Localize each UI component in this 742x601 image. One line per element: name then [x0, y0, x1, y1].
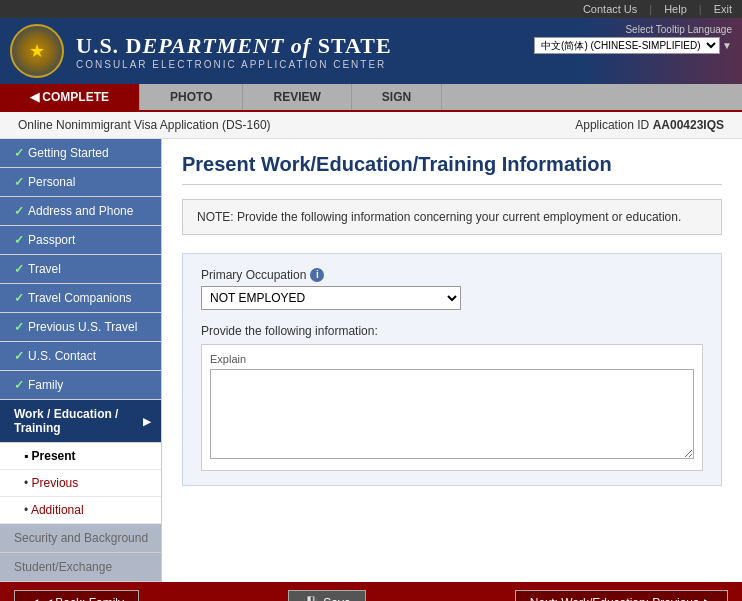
sidebar-sub-menu: Present Previous Additional [0, 443, 161, 524]
explain-textarea[interactable] [210, 369, 694, 459]
department-name: U.S. DEPARTMENT of STATE [76, 33, 392, 59]
next-button[interactable]: Next: Work/Education: Previous ▶ [515, 590, 728, 601]
sidebar-item-work-education[interactable]: Work / Education / Training ▶ [0, 400, 161, 443]
tab-complete-arrow: ◀ [30, 90, 42, 104]
sidebar-item-address-phone[interactable]: ✓Address and Phone [0, 197, 161, 226]
page-title: Present Work/Education/Training Informat… [182, 153, 722, 185]
save-button-label: Save [323, 596, 350, 601]
next-arrow-icon: ▶ [704, 596, 713, 601]
back-arrow-icon: ◀ [29, 596, 38, 601]
check-icon: ✓ [14, 146, 24, 160]
sidebar-item-travel[interactable]: ✓Travel [0, 255, 161, 284]
next-button-label: Next: Work/Education: Previous [530, 596, 699, 601]
explain-box: Explain [201, 344, 703, 471]
explain-label: Explain [210, 353, 694, 365]
seal-icon: ★ [10, 24, 64, 78]
app-id-value: AA00423IQS [653, 118, 724, 132]
tab-photo[interactable]: PHOTO [140, 84, 243, 110]
subtitle: CONSULAR ELECTRONIC APPLICATION CENTER [76, 59, 392, 70]
sidebar-sub-previous[interactable]: Previous [0, 470, 161, 497]
tab-sign[interactable]: SIGN [352, 84, 442, 110]
sidebar-item-security: Security and Background [0, 524, 161, 553]
header-title: U.S. DEPARTMENT of STATE CONSULAR ELECTR… [76, 33, 392, 70]
save-icon: 💾 [303, 596, 318, 601]
back-button-label: ◀ Back: Family [43, 596, 124, 601]
app-id-display: Application ID AA00423IQS [575, 118, 724, 132]
sidebar-item-student-exchange: Student/Exchange [0, 553, 161, 582]
expand-arrow-icon: ▶ [143, 416, 151, 427]
primary-occupation-label: Primary Occupation i [201, 268, 703, 282]
sidebar-item-personal[interactable]: ✓Personal [0, 168, 161, 197]
contact-us-link[interactable]: Contact Us [583, 3, 637, 15]
info-icon[interactable]: i [310, 268, 324, 282]
bottom-nav: ◀ ◀ Back: Family 💾 Save Next: Work/Educa… [0, 582, 742, 601]
tab-complete[interactable]: ◀ COMPLETE [0, 84, 140, 110]
app-id-bar: Online Nonimmigrant Visa Application (DS… [0, 112, 742, 139]
sidebar-item-previous-us-travel[interactable]: ✓Previous U.S. Travel [0, 313, 161, 342]
lang-label: Select Tooltip Language [534, 24, 732, 35]
back-button[interactable]: ◀ ◀ Back: Family [14, 590, 139, 601]
exit-link[interactable]: Exit [714, 3, 732, 15]
provide-info-text: Provide the following information: [201, 324, 703, 338]
note-box: NOTE: Provide the following information … [182, 199, 722, 235]
sidebar-sub-present[interactable]: Present [0, 443, 161, 470]
sidebar-item-getting-started[interactable]: ✓Getting Started [0, 139, 161, 168]
sidebar-item-travel-companions[interactable]: ✓Travel Companions [0, 284, 161, 313]
form-section: Primary Occupation i NOT EMPLOYED STUDEN… [182, 253, 722, 486]
help-link[interactable]: Help [664, 3, 687, 15]
primary-occupation-field: NOT EMPLOYED STUDENT EMPLOYED SELF-EMPLO… [201, 286, 703, 310]
primary-occupation-select[interactable]: NOT EMPLOYED STUDENT EMPLOYED SELF-EMPLO… [201, 286, 461, 310]
sidebar-sub-additional[interactable]: Additional [0, 497, 161, 524]
sidebar-item-family[interactable]: ✓Family [0, 371, 161, 400]
top-bar: Contact Us | Help | Exit [0, 0, 742, 18]
sidebar-item-us-contact[interactable]: ✓U.S. Contact [0, 342, 161, 371]
main-layout: ✓Getting Started ✓Personal ✓Address and … [0, 139, 742, 582]
header: ★ U.S. DEPARTMENT of STATE CONSULAR ELEC… [0, 18, 742, 84]
save-button[interactable]: 💾 Save [288, 590, 365, 601]
sidebar-item-passport[interactable]: ✓Passport [0, 226, 161, 255]
main-content: Present Work/Education/Training Informat… [162, 139, 742, 582]
note-text: NOTE: Provide the following information … [197, 210, 681, 224]
language-select[interactable]: 中文(简体) (CHINESE-SIMPLIFIED) [534, 37, 720, 54]
language-selector-area: Select Tooltip Language 中文(简体) (CHINESE-… [534, 24, 732, 54]
sidebar: ✓Getting Started ✓Personal ✓Address and … [0, 139, 162, 582]
form-name: Online Nonimmigrant Visa Application (DS… [18, 118, 271, 132]
lang-dropdown-arrow: ▼ [722, 40, 732, 51]
nav-tabs: ◀ COMPLETE PHOTO REVIEW SIGN [0, 84, 742, 112]
tab-review[interactable]: REVIEW [243, 84, 351, 110]
